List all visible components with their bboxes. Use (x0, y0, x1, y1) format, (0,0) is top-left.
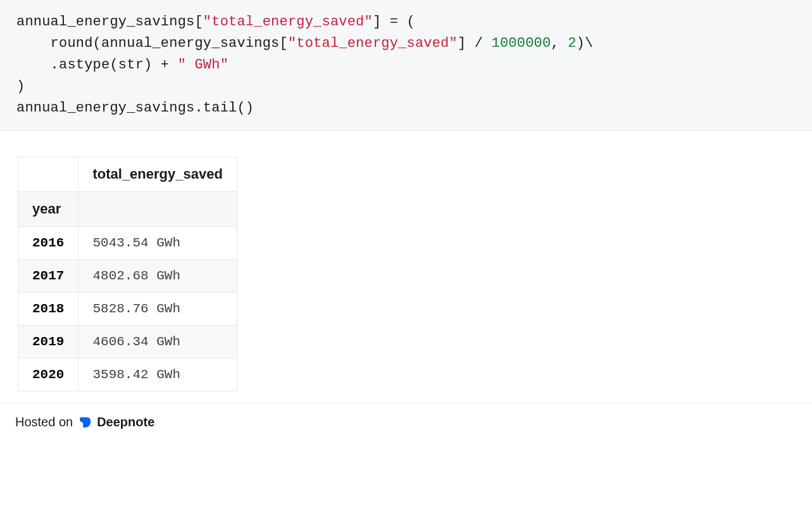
code-token: ) (16, 79, 25, 94)
code-token: annual_energy_savings.tail() (16, 100, 254, 116)
code-token: ] / (458, 35, 492, 51)
code-line: annual_energy_savings["total_energy_save… (16, 11, 796, 33)
code-token: ] = ( (373, 14, 415, 30)
table-row: 20194606.34 GWh (18, 326, 237, 359)
row-index: 2017 (18, 260, 78, 293)
hosted-on-footer[interactable]: Hosted on Deepnote (0, 403, 812, 441)
code-token: , (551, 35, 568, 51)
code-line: round(annual_energy_savings["total_energ… (16, 33, 796, 54)
row-value: 4606.34 GWh (78, 326, 237, 359)
row-index: 2019 (18, 326, 78, 359)
code-cell[interactable]: annual_energy_savings["total_energy_save… (0, 0, 812, 131)
table-row: 20174802.68 GWh (18, 260, 237, 293)
code-token: round(annual_energy_savings[ (16, 35, 288, 51)
table-row: 20203598.42 GWh (18, 359, 237, 391)
row-value: 5828.76 GWh (78, 293, 237, 326)
code-line: annual_energy_savings.tail() (16, 98, 796, 119)
row-index: 2016 (18, 227, 78, 260)
blank-header (18, 157, 78, 192)
column-header: total_energy_saved (78, 157, 237, 192)
row-index: 2020 (18, 359, 78, 391)
blank-header (78, 192, 237, 227)
deepnote-icon (78, 416, 92, 429)
index-name: year (18, 192, 78, 227)
code-token: "total_energy_saved" (203, 14, 373, 30)
code-line: .astype(str) + " GWh" (16, 54, 796, 76)
code-token: 2 (568, 35, 576, 51)
code-token: " GWh" (178, 57, 228, 73)
table-row: 20185828.76 GWh (18, 293, 237, 326)
output-table: total_energy_saved year 20165043.54 GWh2… (18, 156, 237, 391)
code-token: annual_energy_savings[ (16, 14, 203, 30)
row-index: 2018 (18, 293, 78, 326)
row-value: 3598.42 GWh (78, 359, 237, 391)
row-value: 5043.54 GWh (78, 227, 237, 260)
code-token: )\ (577, 35, 594, 51)
hosted-on-label: Hosted on (15, 415, 73, 429)
code-token: 1000000 (492, 35, 551, 51)
brand-name: Deepnote (97, 415, 154, 429)
output-area: total_energy_saved year 20165043.54 GWh2… (0, 131, 812, 403)
table-row: 20165043.54 GWh (18, 227, 237, 260)
code-line: ) (16, 76, 796, 98)
row-value: 4802.68 GWh (78, 260, 237, 293)
code-token: .astype(str) + (16, 57, 178, 73)
code-token: "total_energy_saved" (288, 35, 458, 51)
